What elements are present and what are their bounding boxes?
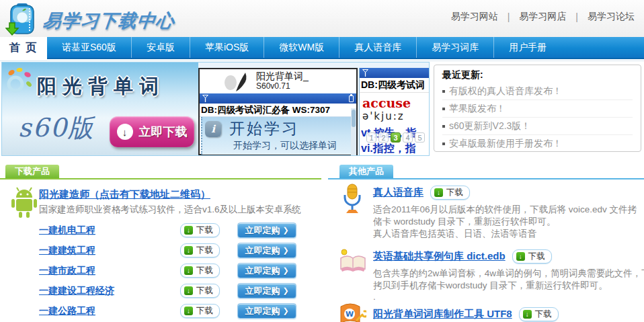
bullet-icon: [442, 90, 445, 93]
site-title: 易学习下载中心: [42, 9, 176, 33]
nav-item-android[interactable]: 安卓版: [132, 37, 190, 58]
phone1-db-line: DB:四级考试词汇必备 WS:7307: [200, 104, 356, 117]
other-item-title-link[interactable]: 英语基础共享例句库 dict.edb: [373, 250, 506, 263]
pagination-dot-1[interactable]: 1: [366, 132, 376, 143]
nav-item-s60[interactable]: 诺基亚S60版: [47, 37, 132, 58]
product-row: 一建建筑工程 ↓下载 立即定购❯: [0, 243, 321, 260]
update-item[interactable]: s60更新到V2.3版！: [442, 118, 633, 135]
other-item-desc: 包含共享的约2w单词音标，4w单词的例句，简明词典需要此文件，下: [373, 268, 644, 280]
chevron-right-icon: ❯: [282, 226, 288, 235]
bullet-icon: [442, 108, 445, 110]
link-website[interactable]: 易学习网站: [451, 11, 498, 23]
phone1-menu: i 开始学习 开始学习，可以选择单词: [201, 117, 356, 155]
downloads-section-rule: [0, 178, 321, 179]
other-item-row: 英语基础共享例句库 dict.edb ↓下载: [373, 249, 552, 264]
pagination-dot-2[interactable]: 2: [378, 132, 389, 143]
link-forum[interactable]: 易学习论坛: [588, 11, 635, 23]
download-button[interactable]: ↓下载: [512, 249, 552, 264]
download-button[interactable]: ↓下载: [180, 284, 220, 298]
update-item[interactable]: 苹果版发布！: [442, 100, 633, 118]
download-button[interactable]: ↓下载: [180, 223, 220, 237]
phone2-word: accuse: [362, 95, 430, 110]
banner-title: 阳光背单词: [37, 73, 165, 100]
other-item-desc: 真人语音库包括英语、日语、法语等语音: [373, 228, 536, 240]
pagination-dot-3-active[interactable]: 3: [391, 132, 401, 143]
phone1-app-version: S60v0.71: [256, 81, 290, 91]
download-arrow-icon: ↓: [184, 307, 193, 315]
other-item-desc: 储卡 wordstudy 目录下，重新运行软件即可。: [373, 216, 556, 228]
product-link[interactable]: 一建公路工程: [39, 305, 95, 317]
download-button[interactable]: ↓下载: [180, 304, 220, 318]
product-link[interactable]: 一建建筑工程: [39, 245, 95, 257]
chevron-right-icon: ❯: [282, 266, 288, 275]
phone1-scrollbar[interactable]: [351, 108, 356, 155]
bullet-icon: [442, 125, 445, 128]
order-button[interactable]: 立即定购❯: [237, 263, 296, 278]
download-arrow-icon: ↓: [184, 286, 193, 295]
download-button[interactable]: ↓下载: [180, 243, 220, 257]
other-item-desc: 拷贝到手机存储卡wordstudy 目录下，重新运行软件即可。: [373, 280, 608, 292]
pagination-dot-5[interactable]: 5: [415, 132, 425, 143]
order-button[interactable]: 立即定购❯: [237, 243, 296, 258]
banner-edition: s60版: [18, 111, 95, 145]
dict-tool-icon: W: [338, 303, 366, 322]
update-item[interactable]: 安卓版最新使用手册发布！: [442, 135, 633, 153]
phone2-db-line: DB:四级考试词: [360, 78, 430, 93]
main-nav: 首 页 诺基亚S60版 安卓版 苹果iOS版 微软WM版 真人语音库 易学习词库…: [0, 37, 644, 59]
other-item-title-link[interactable]: 阳光背单词词库制作工具 UTF8: [373, 308, 512, 321]
banner-download-button[interactable]: ↓ 立即下载: [110, 116, 194, 147]
product-link[interactable]: 一建市政工程: [39, 265, 95, 277]
backpack-download-icon: [5, 3, 38, 39]
download-circle-icon: ↓: [117, 124, 133, 140]
nav-item-voice[interactable]: 真人语音库: [339, 37, 417, 58]
svg-text:W: W: [346, 310, 354, 319]
microphone-icon: [338, 183, 366, 216]
antenna-icon: [202, 93, 208, 105]
phone1-menu-title: 开始学习: [229, 118, 299, 139]
android-icon: [9, 186, 39, 222]
other-item-title-link[interactable]: 真人语音库: [373, 186, 424, 199]
section-tab-others[interactable]: 其他产品: [339, 165, 393, 178]
order-button[interactable]: 立即定购❯: [237, 303, 296, 319]
others-section-rule: [328, 178, 644, 179]
app-logo-icon: [223, 71, 251, 95]
section-tab-downloads[interactable]: 下载产品: [5, 165, 59, 178]
product-title-link[interactable]: 阳光建造师（点击有下载地址二维码）: [39, 188, 210, 201]
download-button[interactable]: ↓下载: [430, 186, 470, 200]
product-row: 一建机电工程 ↓下载 立即定购❯: [0, 223, 321, 240]
download-button[interactable]: ↓下载: [180, 264, 220, 278]
nav-item-wm[interactable]: 微软WM版: [264, 37, 339, 58]
bullet-icon: [442, 143, 445, 145]
other-item-row: 阳光背单词词库制作工具 UTF8 ↓下载: [373, 307, 559, 321]
battery-icon: [349, 95, 354, 102]
phone2-phonetic: ə'kju:z: [362, 110, 430, 122]
nav-tab-home[interactable]: 首 页: [0, 37, 47, 59]
download-arrow-icon: ↓: [516, 252, 525, 261]
flower-logo-icon: [5, 67, 36, 100]
chevron-right-icon: ❯: [282, 246, 288, 255]
info-icon: i: [205, 121, 221, 137]
download-arrow-icon: ↓: [523, 310, 532, 319]
pagination-dot-4[interactable]: 4: [403, 132, 413, 143]
chevron-right-icon: ❯: [282, 307, 288, 315]
order-button[interactable]: 立即定购❯: [237, 283, 296, 298]
nav-item-dict[interactable]: 易学习词库: [417, 37, 494, 58]
product-link[interactable]: 一建机电工程: [39, 225, 95, 237]
product-row: 一建市政工程 ↓下载 立即定购❯: [0, 263, 321, 280]
update-item[interactable]: 有版权的真人语音库发布！: [442, 83, 633, 100]
nav-item-ios[interactable]: 苹果iOS版: [190, 37, 264, 58]
link-shop[interactable]: 易学习网店: [519, 11, 566, 23]
order-button[interactable]: 立即定购❯: [237, 223, 296, 238]
hero-slider: 阳光背单词 s60版 ↓ 立即下载 阳光背单词_ S60v0.71: [1, 62, 430, 156]
product-row: 一建公路工程 ↓下载 立即定购❯: [0, 303, 321, 321]
link-separator: |: [575, 11, 578, 22]
antenna-icon: [362, 67, 368, 79]
product-link[interactable]: 一建建设工程经济: [39, 285, 114, 297]
nav-divider: [0, 61, 644, 61]
recent-updates-panel: 最近更新: 有版权的真人语音库发布！ 苹果版发布！ s60更新到V2.3版！ 安…: [434, 65, 641, 152]
header-logo[interactable]: 易学习下载中心: [5, 3, 175, 39]
promo-banner[interactable]: 阳光背单词 s60版 ↓ 立即下载: [2, 63, 198, 155]
nav-item-manual[interactable]: 用户手册: [494, 37, 561, 58]
download-button[interactable]: ↓下载: [519, 307, 559, 321]
slider-pagination: 1 2 3 4 5: [366, 132, 425, 143]
